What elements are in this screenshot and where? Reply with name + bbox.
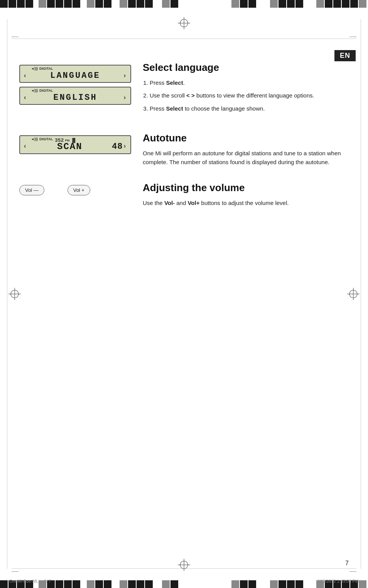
svg-rect-15 — [145, 0, 153, 8]
svg-rect-0 — [0, 0, 8, 8]
svg-rect-46 — [145, 580, 153, 588]
vol-minus-button[interactable]: Vol — — [19, 185, 44, 195]
left-margin-line — [7, 19, 7, 569]
adjusting-volume-section: Vol — Vol + Adjusting the volume Use the… — [19, 182, 349, 207]
svg-rect-20 — [248, 0, 256, 8]
lcd-top-bar-scan: ◄))) DIGITAL — [31, 137, 53, 141]
svg-rect-16 — [162, 0, 170, 8]
svg-rect-51 — [248, 580, 256, 588]
vol-buttons-row: Vol — Vol + — [19, 185, 131, 195]
lcd-main-row: ‹ LANGUAGE › — [23, 71, 127, 81]
svg-rect-5 — [47, 0, 55, 8]
left-chevron-2: ‹ — [23, 94, 28, 101]
svg-rect-14 — [137, 0, 144, 8]
speaker-icon-2: ◄))) — [31, 89, 38, 92]
adjusting-volume-instructions: Adjusting the volume Use the Vol- and Vo… — [131, 182, 349, 207]
right-chevron-2: › — [123, 94, 127, 101]
top-margin-line — [12, 39, 356, 39]
svg-rect-27 — [333, 0, 341, 8]
digital-label-2: DIGITAL — [39, 89, 53, 92]
autotune-title: Autotune — [143, 132, 349, 144]
select-language-title: Select language — [143, 62, 349, 74]
left-chevron: ‹ — [23, 72, 28, 79]
select-language-instructions: Select language Press Select. Use the sc… — [131, 62, 349, 117]
adjusting-volume-title: Adjusting the volume — [143, 182, 349, 194]
reg-mark-top-center — [177, 16, 191, 30]
lcd-display-language: ◄))) DIGITAL ‹ LANGUAGE › — [19, 65, 131, 83]
lcd-main-row-2: ‹ ENGLISH › — [23, 93, 127, 102]
svg-rect-40 — [87, 580, 95, 588]
svg-rect-22 — [279, 0, 286, 8]
autotune-body: One Mi will perform an autotune for digi… — [143, 149, 349, 167]
svg-rect-25 — [316, 0, 324, 8]
signal-bars: ▐▌ — [71, 138, 77, 143]
page-number: 7 — [345, 560, 349, 567]
step-3-bold: Select — [166, 105, 183, 112]
lcd-display-scan: ◄))) DIGITAL 352 PM ▐▌ ‹ SCAN 48 › — [19, 135, 131, 154]
svg-rect-17 — [170, 0, 178, 8]
digital-label-scan: DIGITAL — [39, 137, 53, 141]
svg-rect-48 — [170, 580, 178, 588]
volume-buttons-container: Vol — Vol + — [19, 182, 131, 195]
svg-rect-26 — [325, 0, 333, 8]
svg-rect-13 — [128, 0, 136, 8]
svg-rect-31 — [0, 580, 8, 588]
svg-rect-42 — [104, 580, 111, 588]
svg-rect-55 — [295, 580, 303, 588]
adjusting-volume-body-text: Use the Vol- and Vol+ buttons to adjust … — [143, 198, 349, 207]
step-2-bold: < > — [186, 92, 195, 99]
svg-rect-61 — [359, 580, 366, 588]
tick-top-right — [349, 37, 356, 37]
svg-rect-9 — [87, 0, 95, 8]
svg-rect-41 — [95, 580, 103, 588]
lcd-display-english: ◄))) DIGITAL ‹ ENGLISH › — [19, 87, 131, 105]
svg-rect-7 — [64, 0, 72, 8]
lcd-top-bar-2: ◄))) DIGITAL — [31, 89, 53, 92]
svg-rect-12 — [120, 0, 127, 8]
svg-rect-8 — [73, 0, 80, 8]
svg-rect-37 — [56, 580, 63, 588]
step-1: Press Select. — [150, 78, 349, 87]
autotune-display: ◄))) DIGITAL 352 PM ▐▌ ‹ SCAN 48 › — [19, 132, 131, 154]
step-1-bold: Select — [166, 79, 183, 86]
adjusting-volume-body: Use the Vol- and Vol+ buttons to adjust … — [143, 198, 349, 207]
step-3: Press Select to choose the language show… — [150, 104, 349, 113]
svg-rect-49 — [231, 580, 239, 588]
svg-rect-23 — [287, 0, 295, 8]
svg-rect-24 — [295, 0, 303, 8]
channel-number: 352 — [55, 138, 64, 143]
autotune-body-text: One Mi will perform an autotune for digi… — [143, 149, 349, 167]
left-chevron-scan: ‹ — [23, 143, 28, 150]
right-chevron-scan: › — [123, 143, 127, 150]
right-chevron: › — [123, 72, 127, 79]
svg-rect-39 — [73, 580, 80, 588]
svg-rect-47 — [162, 580, 170, 588]
lcd-display-text-language: LANGUAGE — [28, 71, 123, 81]
pm-label: PM — [65, 139, 69, 142]
svg-rect-2 — [17, 0, 25, 8]
tick-bottom-right — [349, 571, 356, 572]
top-pattern-bar — [0, 0, 368, 12]
svg-rect-1 — [8, 0, 16, 8]
language-badge: EN — [334, 50, 356, 61]
svg-rect-52 — [270, 580, 278, 588]
select-language-section: ◄))) DIGITAL ‹ LANGUAGE › ◄))) DIGITAL ‹… — [19, 62, 349, 117]
vol-plus-label: Vol+ — [187, 200, 199, 206]
svg-rect-6 — [56, 0, 63, 8]
svg-rect-43 — [120, 580, 127, 588]
svg-rect-54 — [287, 580, 295, 588]
vol-minus-label: Vol- — [164, 200, 175, 206]
tick-bottom-left — [12, 571, 19, 572]
svg-rect-45 — [137, 580, 144, 588]
svg-rect-21 — [270, 0, 278, 8]
lcd-display-text-english: ENGLISH — [28, 93, 123, 102]
autotune-instructions: Autotune One Mi will perform an autotune… — [131, 132, 349, 167]
digital-label: DIGITAL — [39, 67, 53, 71]
file-info-left: OneMi-Coe-ML.indb 7 — [9, 579, 51, 583]
svg-rect-29 — [350, 0, 358, 8]
svg-rect-11 — [104, 0, 111, 8]
select-language-displays: ◄))) DIGITAL ‹ LANGUAGE › ◄))) DIGITAL ‹… — [19, 62, 131, 105]
vol-plus-button[interactable]: Vol + — [68, 185, 90, 195]
svg-rect-53 — [279, 580, 286, 588]
svg-rect-10 — [95, 0, 103, 8]
